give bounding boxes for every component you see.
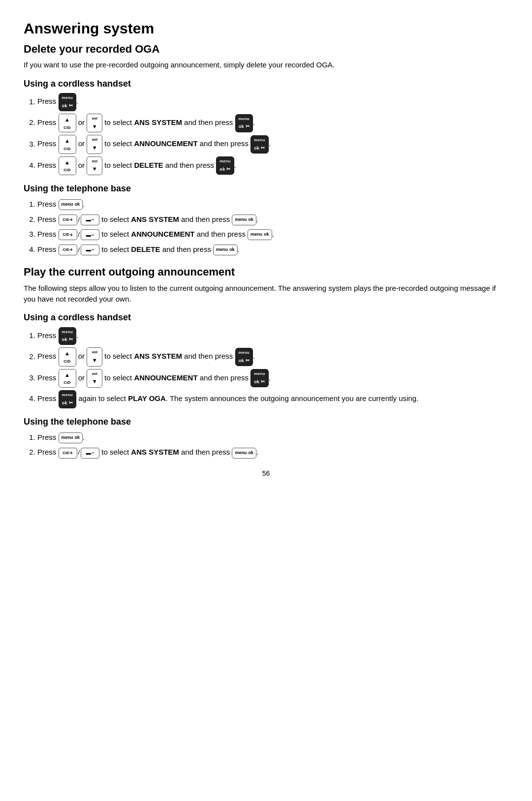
menu-ok-base-button: menu ok xyxy=(232,215,256,225)
list-item: Press CID + / ▬ − to select ANNOUNCEMENT… xyxy=(37,228,508,241)
menu-ok-base-button: menu ok xyxy=(213,245,238,255)
vol-minus-button: ▬ − xyxy=(81,215,99,225)
menu-ok-handset-button: menu ok ✂ xyxy=(235,114,253,132)
section-heading-delete-oga: Delete your recorded OGA xyxy=(24,41,508,57)
menu-ok-base-button: menu ok xyxy=(248,229,272,240)
play-oga-intro: The following steps allow you to listen … xyxy=(24,283,508,305)
menu-ok-base-button: menu ok xyxy=(59,199,83,210)
vol-down-button: vol ▼ xyxy=(87,156,102,175)
menu-ok-handset-button: menu ok ✂ xyxy=(59,93,77,111)
list-item: Press CID + / ▬ − to select ANS SYSTEM a… xyxy=(37,446,508,459)
list-item: Press menu ok . xyxy=(37,431,508,444)
cid-up-button: ▲ CID xyxy=(59,135,76,154)
list-item: Press menu ok ✂ . xyxy=(37,93,508,111)
cid-plus-button: CID + xyxy=(59,215,77,225)
page-title: Answering system xyxy=(24,18,508,39)
list-item: Press menu ok ✂ . xyxy=(37,327,508,345)
subsection-heading-cordless-1: Using a cordless handset xyxy=(24,77,508,90)
list-item: Press ▲ CID or vol ▼ to select ANS SYSTE… xyxy=(37,114,508,132)
vol-down-button: vol ▼ xyxy=(87,347,102,366)
list-item: Press menu ok ✂ again to select PLAY OGA… xyxy=(37,390,508,408)
list-item: Press ▲ CID or vol ▼ to select DELETE an… xyxy=(37,156,508,175)
cid-plus-button: CID + xyxy=(59,229,77,240)
vol-minus-button: ▬ − xyxy=(81,245,99,255)
section-heading-play-oga: Play the current outgoing announcement xyxy=(24,264,508,280)
delete-oga-intro: If you want to use the pre-recorded outg… xyxy=(24,60,508,70)
cid-up-button: ▲ CID xyxy=(59,114,76,132)
menu-ok-handset-button: menu ok ✂ xyxy=(235,348,253,366)
subsection-heading-base-1: Using the telephone base xyxy=(24,182,508,195)
cid-plus-vol-minus-buttons: CID + / ▬ − xyxy=(59,447,100,458)
menu-ok-handset-button: menu ok ✂ xyxy=(59,327,77,345)
menu-ok-handset-button: menu ok ✂ xyxy=(216,156,234,175)
cid-plus-vol-minus-buttons: CID + / ▬ − xyxy=(59,245,100,255)
cordless-1-steps: Press menu ok ✂ . Press ▲ CID or vol ▼ t… xyxy=(37,93,508,175)
list-item: Press CID + / ▬ − to select DELETE and t… xyxy=(37,243,508,256)
menu-ok-handset-button: menu ok ✂ xyxy=(250,135,269,154)
list-item: Press menu ok . xyxy=(37,198,508,211)
cid-plus-vol-minus-buttons: CID + / ▬ − xyxy=(59,215,100,225)
cordless-2-steps: Press menu ok ✂ . Press ▲ CID or vol ▼ t… xyxy=(37,327,508,408)
vol-minus-button: ▬ − xyxy=(81,229,99,240)
vol-minus-button: ▬ − xyxy=(81,448,99,459)
cid-plus-button: CID + xyxy=(59,245,77,255)
list-item: Press ▲ CID or vol ▼ to select ANNOUNCEM… xyxy=(37,369,508,388)
cid-up-button: ▲ CID xyxy=(59,369,76,388)
list-item: Press ▲ CID or vol ▼ to select ANNOUNCEM… xyxy=(37,135,508,154)
subsection-heading-cordless-2: Using a cordless handset xyxy=(24,311,508,324)
cid-up-button: ▲ CID xyxy=(59,347,76,366)
menu-ok-base-button: menu ok xyxy=(59,432,83,443)
subsection-heading-base-2: Using the telephone base xyxy=(24,415,508,428)
base-1-steps: Press menu ok . Press CID + / ▬ − xyxy=(37,198,508,255)
page-number: 56 xyxy=(24,468,508,478)
list-item: Press ▲ CID or vol ▼ to select ANS SYSTE… xyxy=(37,347,508,366)
list-item: Press CID + / ▬ − to select ANS SYSTEM a… xyxy=(37,213,508,226)
cid-plus-button: CID + xyxy=(59,448,77,459)
vol-down-button: vol ▼ xyxy=(87,135,102,154)
cid-up-button: ▲ CID xyxy=(59,156,76,175)
menu-ok-handset-button: menu ok ✂ xyxy=(250,369,269,387)
vol-down-button: vol ▼ xyxy=(87,114,102,132)
cid-plus-vol-minus-buttons: CID + / ▬ − xyxy=(59,229,100,240)
base-2-steps: Press menu ok . Press CID + / ▬ − xyxy=(37,431,508,459)
vol-down-button: vol ▼ xyxy=(87,369,102,388)
menu-ok-handset-button: menu ok ✂ xyxy=(59,390,77,408)
menu-ok-base-button: menu ok xyxy=(232,448,256,459)
